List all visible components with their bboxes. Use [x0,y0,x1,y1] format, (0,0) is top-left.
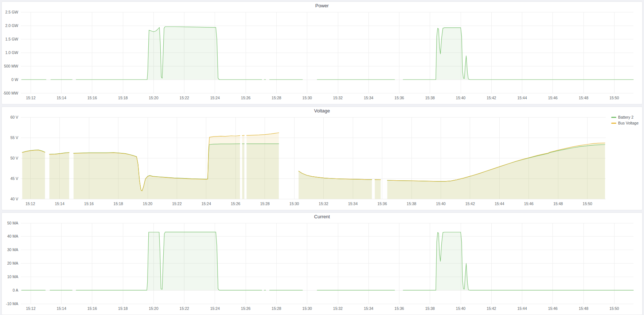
svg-text:15:28: 15:28 [272,306,281,311]
svg-text:15:24: 15:24 [210,96,220,100]
svg-text:15:30: 15:30 [289,201,299,206]
svg-text:15:42: 15:42 [487,306,496,311]
legend-swatch-bus-voltage-icon [611,123,616,124]
svg-text:15:18: 15:18 [118,96,128,100]
svg-text:15:32: 15:32 [333,306,343,311]
svg-text:15:26: 15:26 [241,96,250,100]
svg-text:15:32: 15:32 [319,201,328,206]
svg-text:15:40: 15:40 [456,306,465,311]
svg-text:0 A: 0 A [13,288,18,292]
svg-text:15:14: 15:14 [56,96,66,100]
svg-text:15:26: 15:26 [241,306,250,311]
svg-text:15:48: 15:48 [579,96,588,100]
svg-text:2.5 GW: 2.5 GW [5,10,18,14]
svg-text:2.0 GW: 2.0 GW [5,23,18,28]
panel-title-power[interactable]: Power [2,3,642,9]
svg-text:-500 MW: -500 MW [3,91,18,95]
svg-text:15:14: 15:14 [56,306,66,311]
legend-swatch-battery-2-icon [611,117,616,118]
svg-text:15:40: 15:40 [456,96,465,100]
svg-text:15:38: 15:38 [407,201,416,206]
svg-text:15:36: 15:36 [394,96,404,100]
svg-text:15:48: 15:48 [553,201,563,206]
panel-title-current[interactable]: Current [2,214,642,220]
svg-text:15:18: 15:18 [113,201,123,206]
svg-text:15:38: 15:38 [425,306,435,311]
legend-item-battery-2[interactable]: Battery 2 [611,115,639,119]
power-chart-plot-area[interactable]: 2.5 GW2.0 GW1.5 GW1.0 GW500 MW0 W-500 MW… [3,9,641,103]
svg-text:20 MA: 20 MA [7,261,18,265]
legend-item-bus-voltage[interactable]: Bus Voltage [611,121,639,125]
svg-text:15:20: 15:20 [143,201,152,206]
svg-text:15:40: 15:40 [436,201,445,206]
svg-text:15:20: 15:20 [149,306,158,311]
svg-text:15:20: 15:20 [149,96,158,100]
svg-text:15:46: 15:46 [548,96,558,100]
svg-text:15:30: 15:30 [303,96,312,100]
svg-text:45 V: 45 V [10,176,18,181]
svg-text:15:42: 15:42 [465,201,475,206]
svg-text:15:12: 15:12 [26,201,35,206]
svg-text:15:24: 15:24 [210,306,220,311]
voltage-legend: Battery 2 Bus Voltage [611,115,639,125]
svg-text:0 W: 0 W [11,77,18,82]
panel-power: Power 2.5 GW2.0 GW1.5 GW1.0 GW500 MW0 W-… [1,1,643,104]
svg-text:15:30: 15:30 [303,306,312,311]
svg-text:10 MA: 10 MA [7,274,18,279]
svg-text:15:46: 15:46 [524,201,534,206]
svg-text:15:12: 15:12 [26,306,35,311]
svg-text:50 MA: 50 MA [7,221,18,225]
current-chart-plot-area[interactable]: 50 MA40 MA30 MA20 MA10 MA0 A-10 MA15:121… [3,220,641,313]
svg-text:15:28: 15:28 [260,201,270,206]
svg-text:15:24: 15:24 [202,201,211,206]
svg-text:15:32: 15:32 [333,96,343,100]
svg-text:15:36: 15:36 [394,306,404,311]
svg-text:15:34: 15:34 [364,96,373,100]
svg-text:15:18: 15:18 [118,306,128,311]
svg-text:15:34: 15:34 [348,201,358,206]
panel-voltage: Voltage 60 V55 V50 V45 V40 V15:1215:1415… [1,107,643,210]
svg-text:50 V: 50 V [10,156,18,160]
svg-text:15:22: 15:22 [180,306,189,311]
svg-text:15:14: 15:14 [55,201,64,206]
svg-text:15:34: 15:34 [364,306,373,311]
svg-text:15:16: 15:16 [87,96,97,100]
svg-text:15:50: 15:50 [609,306,619,311]
svg-text:60 V: 60 V [10,115,18,119]
svg-text:15:12: 15:12 [26,96,35,100]
svg-text:40 MA: 40 MA [7,234,18,238]
svg-text:15:50: 15:50 [583,201,592,206]
svg-text:30 MA: 30 MA [7,247,18,252]
svg-text:1.0 GW: 1.0 GW [5,50,18,55]
svg-text:-10 MA: -10 MA [6,301,18,306]
svg-text:500 MW: 500 MW [4,64,18,68]
grafana-dashboard: { "page": { "background": "#f0f1f5", "pa… [0,0,644,315]
svg-text:15:22: 15:22 [172,201,182,206]
svg-text:15:38: 15:38 [425,96,435,100]
dashboard-panels: Power 2.5 GW2.0 GW1.5 GW1.0 GW500 MW0 W-… [1,1,643,315]
svg-text:15:46: 15:46 [548,306,558,311]
svg-text:15:48: 15:48 [579,306,588,311]
svg-text:15:44: 15:44 [495,201,504,206]
svg-text:15:44: 15:44 [517,96,527,100]
svg-text:15:28: 15:28 [272,96,281,100]
svg-text:55 V: 55 V [10,135,18,140]
panel-current: Current 50 MA40 MA30 MA20 MA10 MA0 A-10 … [1,212,643,315]
voltage-chart-plot-area[interactable]: 60 V55 V50 V45 V40 V15:1215:1415:1615:18… [3,114,641,208]
svg-text:40 V: 40 V [10,197,18,201]
svg-text:15:16: 15:16 [84,201,94,206]
panel-title-voltage[interactable]: Voltage [2,108,642,114]
svg-text:15:16: 15:16 [87,306,97,311]
legend-label-battery-2[interactable]: Battery 2 [618,115,633,119]
legend-label-bus-voltage[interactable]: Bus Voltage [618,121,639,125]
svg-text:15:50: 15:50 [609,96,619,100]
svg-text:1.5 GW: 1.5 GW [5,37,18,41]
svg-text:15:36: 15:36 [377,201,387,206]
svg-text:15:44: 15:44 [517,306,527,311]
svg-text:15:22: 15:22 [180,96,189,100]
svg-text:15:26: 15:26 [231,201,240,206]
svg-text:15:42: 15:42 [487,96,496,100]
